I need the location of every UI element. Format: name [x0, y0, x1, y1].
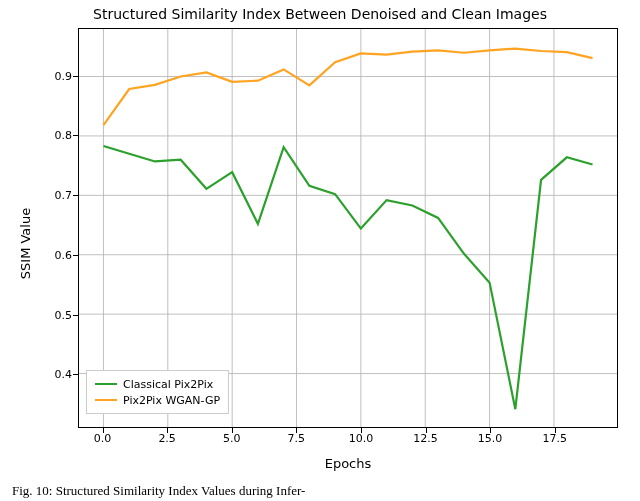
y-tick-label: 0.9 — [32, 69, 72, 82]
y-tick-label: 0.8 — [32, 129, 72, 142]
series-line — [103, 49, 592, 126]
x-tick-label: 5.0 — [212, 432, 252, 445]
figure-caption: Fig. 10: Structured Similarity Index Val… — [12, 483, 305, 499]
y-tick-label: 0.4 — [32, 368, 72, 381]
y-tick-mark — [73, 195, 78, 196]
plot-area — [78, 28, 618, 428]
y-tick-label: 0.6 — [32, 248, 72, 261]
x-tick-mark — [426, 428, 427, 433]
y-tick-mark — [73, 255, 78, 256]
y-tick-label: 0.5 — [32, 308, 72, 321]
chart-figure: Structured Similarity Index Between Deno… — [0, 0, 640, 501]
legend-swatch-icon — [95, 399, 117, 401]
plot-svg — [79, 29, 617, 427]
legend: Classical Pix2Pix Pix2Pix WGAN-GP — [86, 370, 229, 414]
x-tick-label: 17.5 — [535, 432, 575, 445]
x-tick-mark — [490, 428, 491, 433]
x-tick-mark — [103, 428, 104, 433]
legend-swatch-icon — [95, 383, 117, 385]
x-tick-label: 7.5 — [276, 432, 316, 445]
legend-label: Pix2Pix WGAN-GP — [123, 394, 220, 407]
legend-label: Classical Pix2Pix — [123, 378, 213, 391]
x-tick-mark — [232, 428, 233, 433]
y-tick-mark — [73, 374, 78, 375]
legend-item: Classical Pix2Pix — [95, 376, 220, 392]
x-tick-mark — [361, 428, 362, 433]
y-tick-mark — [73, 76, 78, 77]
y-tick-label: 0.7 — [32, 189, 72, 202]
x-tick-label: 0.0 — [83, 432, 123, 445]
x-tick-mark — [167, 428, 168, 433]
x-tick-label: 12.5 — [406, 432, 446, 445]
y-tick-mark — [73, 315, 78, 316]
chart-title: Structured Similarity Index Between Deno… — [0, 6, 640, 22]
y-tick-mark — [73, 135, 78, 136]
x-tick-label: 10.0 — [341, 432, 381, 445]
x-tick-label: 2.5 — [147, 432, 187, 445]
x-tick-label: 15.0 — [470, 432, 510, 445]
x-tick-mark — [555, 428, 556, 433]
y-axis-label: SSIM Value — [18, 172, 33, 243]
x-tick-mark — [296, 428, 297, 433]
x-axis-label: Epochs — [78, 456, 618, 471]
legend-item: Pix2Pix WGAN-GP — [95, 392, 220, 408]
